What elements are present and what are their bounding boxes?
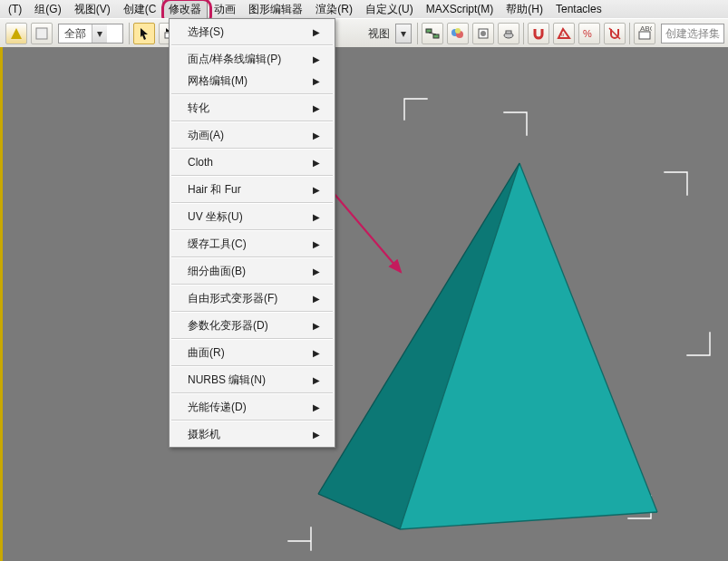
menu-t[interactable]: (T) bbox=[2, 0, 28, 19]
toolbar-separator bbox=[129, 23, 130, 44]
menu-animation-sub[interactable]: 动画(A) ▶ bbox=[170, 124, 335, 146]
menu-separator bbox=[171, 148, 333, 150]
menu-help[interactable]: 帮助(H) bbox=[500, 0, 549, 19]
submenu-arrow-icon: ▶ bbox=[313, 375, 320, 385]
menu-cloth[interactable]: Cloth ▶ bbox=[170, 151, 335, 173]
pyramid-object[interactable] bbox=[318, 163, 657, 529]
menu-separator bbox=[171, 256, 333, 258]
selection-filter-dropdown[interactable]: 全部 ▾ bbox=[58, 24, 123, 44]
menu-animation[interactable]: 动画 bbox=[208, 0, 242, 19]
angle-snap-icon[interactable]: α bbox=[553, 23, 575, 44]
submenu-arrow-icon: ▶ bbox=[313, 212, 320, 222]
submenu-arrow-icon: ▶ bbox=[313, 131, 320, 140]
menu-parametric-deformers[interactable]: 参数化变形器(D) ▶ bbox=[170, 314, 335, 336]
submenu-arrow-icon: ▶ bbox=[313, 239, 320, 249]
svg-rect-16 bbox=[639, 32, 650, 39]
submenu-arrow-icon: ▶ bbox=[313, 54, 320, 64]
menu-separator bbox=[171, 229, 333, 231]
submenu-arrow-icon: ▶ bbox=[313, 103, 320, 113]
menu-separator bbox=[171, 284, 333, 285]
toolbar-icon-generic[interactable] bbox=[31, 23, 53, 44]
create-selection-set-input[interactable]: 创建选择集 bbox=[661, 24, 724, 44]
submenu-arrow-icon: ▶ bbox=[313, 294, 320, 304]
viewport[interactable]: x y bbox=[0, 47, 728, 561]
menu-separator bbox=[171, 93, 333, 95]
menu-separator bbox=[171, 392, 333, 394]
schematic-view-icon[interactable] bbox=[422, 23, 443, 44]
toolbar-separator bbox=[523, 23, 524, 44]
svg-text:ABC: ABC bbox=[640, 26, 652, 33]
svg-rect-1 bbox=[36, 28, 47, 39]
render-teapot-icon[interactable] bbox=[498, 23, 519, 44]
menu-group[interactable]: 组(G) bbox=[28, 0, 67, 19]
menu-nurbs-edit[interactable]: NURBS 编辑(N) ▶ bbox=[170, 369, 335, 391]
chevron-down-icon[interactable]: ▾ bbox=[92, 24, 107, 43]
spinner-snap-icon[interactable] bbox=[604, 23, 626, 44]
svg-rect-12 bbox=[506, 31, 511, 34]
menu-tentacles[interactable]: Tentacles bbox=[549, 0, 608, 19]
submenu-arrow-icon: ▶ bbox=[313, 76, 320, 86]
snap-toggle-icon[interactable] bbox=[528, 23, 549, 44]
named-selection-new-icon[interactable]: ABC bbox=[634, 23, 655, 44]
submenu-arrow-icon: ▶ bbox=[313, 348, 320, 358]
submenu-arrow-icon: ▶ bbox=[313, 430, 320, 440]
submenu-arrow-icon: ▶ bbox=[313, 27, 320, 37]
menu-radiosity[interactable]: 光能传递(D) ▶ bbox=[170, 396, 335, 418]
material-editor-icon[interactable] bbox=[447, 23, 469, 44]
create-selection-set-placeholder: 创建选择集 bbox=[665, 26, 720, 42]
submenu-arrow-icon: ▶ bbox=[313, 185, 320, 195]
menu-hair-fur[interactable]: Hair 和 Fur ▶ bbox=[170, 179, 335, 200]
render-setup-icon[interactable] bbox=[472, 23, 494, 44]
toolbar: 全部 ▾ 视图 ▾ α % ABC 创建选择集 bbox=[0, 18, 728, 49]
menu-mesh-edit[interactable]: 网格编辑(M) ▶ bbox=[170, 70, 335, 92]
svg-line-5 bbox=[429, 33, 436, 34]
menu-separator bbox=[171, 311, 333, 313]
submenu-arrow-icon: ▶ bbox=[313, 402, 320, 412]
menubar: (T) 组(G) 视图(V) 创建(C 修改器 动画 图形编辑器 渲染(R) 自… bbox=[0, 0, 728, 19]
chevron-down-icon[interactable]: ▾ bbox=[396, 24, 411, 43]
svg-marker-0 bbox=[11, 28, 22, 39]
scene-canvas: x y bbox=[3, 47, 728, 561]
menu-render[interactable]: 渲染(R) bbox=[309, 0, 359, 19]
menu-subdiv-surface[interactable]: 细分曲面(B) ▶ bbox=[170, 260, 335, 282]
menu-separator bbox=[171, 202, 333, 204]
menu-free-form-deformers[interactable]: 自由形式变形器(F) ▶ bbox=[170, 287, 335, 309]
svg-rect-3 bbox=[426, 29, 432, 33]
menu-patch-spline-edit[interactable]: 面点/样条线编辑(P) ▶ bbox=[170, 48, 335, 70]
menu-separator bbox=[171, 338, 333, 340]
menu-selection[interactable]: 选择(S) ▶ bbox=[170, 21, 335, 43]
menu-graph-editor[interactable]: 图形编辑器 bbox=[242, 0, 309, 19]
view-mode-dropdown[interactable]: ▾ bbox=[395, 24, 412, 44]
percent-snap-icon[interactable]: % bbox=[578, 23, 600, 44]
svg-text:%: % bbox=[583, 28, 592, 39]
svg-text:α: α bbox=[561, 32, 565, 37]
view-label: 视图 bbox=[368, 26, 390, 42]
menu-separator bbox=[171, 175, 333, 177]
menu-modifiers[interactable]: 修改器 bbox=[162, 0, 208, 19]
modifiers-menu: 选择(S) ▶ 面点/样条线编辑(P) ▶ 网格编辑(M) ▶ 转化 ▶ 动画(… bbox=[169, 18, 335, 448]
menu-surface[interactable]: 曲面(R) ▶ bbox=[170, 342, 335, 363]
submenu-arrow-icon: ▶ bbox=[313, 158, 320, 168]
menu-create[interactable]: 创建(C bbox=[117, 0, 163, 19]
svg-point-10 bbox=[480, 31, 486, 36]
menu-cache-tools[interactable]: 缓存工具(C) ▶ bbox=[170, 233, 335, 255]
toolbar-icon-logo[interactable] bbox=[5, 23, 27, 44]
menu-convert[interactable]: 转化 ▶ bbox=[170, 97, 335, 119]
selection-filter-label: 全部 bbox=[59, 26, 92, 42]
menu-separator bbox=[171, 365, 333, 367]
svg-point-8 bbox=[455, 28, 461, 34]
select-cursor-icon[interactable] bbox=[133, 23, 155, 44]
menu-customize[interactable]: 自定义(U) bbox=[359, 0, 420, 19]
submenu-arrow-icon: ▶ bbox=[313, 321, 320, 331]
svg-rect-4 bbox=[433, 34, 439, 38]
toolbar-separator bbox=[629, 23, 630, 44]
menu-camera[interactable]: 摄影机 ▶ bbox=[170, 423, 335, 445]
menu-uv-coordinates[interactable]: UV 坐标(U) ▶ bbox=[170, 206, 335, 227]
menu-separator bbox=[171, 420, 333, 421]
submenu-arrow-icon: ▶ bbox=[313, 266, 320, 276]
toolbar-separator bbox=[417, 23, 418, 44]
menu-maxscript[interactable]: MAXScript(M) bbox=[420, 0, 500, 19]
menu-view[interactable]: 视图(V) bbox=[68, 0, 117, 19]
menu-separator bbox=[171, 44, 333, 46]
menu-separator bbox=[171, 121, 333, 122]
